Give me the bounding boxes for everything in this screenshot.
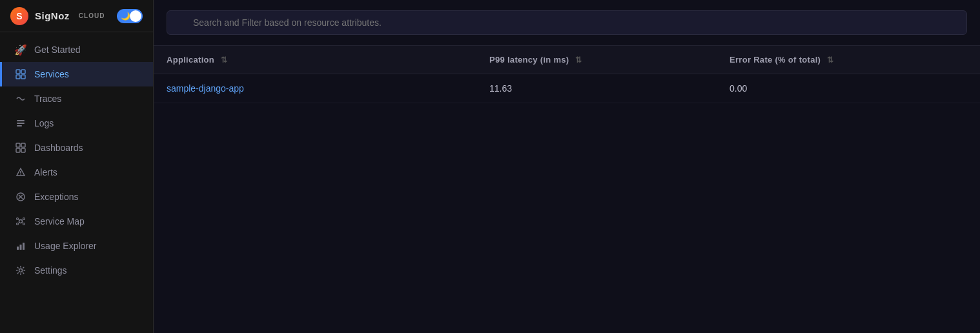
sidebar-header: S SigNoz CLOUD 🌙: [0, 0, 153, 32]
svg-line-24: [23, 223, 23, 223]
sidebar-item-exceptions[interactable]: Exceptions: [0, 185, 153, 209]
svg-point-16: [19, 220, 23, 223]
col-application: Application ⇅: [154, 46, 476, 74]
svg-point-17: [17, 218, 19, 220]
svg-point-18: [23, 218, 25, 220]
svg-rect-0: [16, 70, 20, 74]
service-map-icon: [15, 216, 26, 227]
theme-toggle[interactable]: 🌙: [117, 9, 143, 23]
svg-rect-27: [23, 243, 25, 250]
settings-icon: [15, 265, 26, 276]
sidebar: S SigNoz CLOUD 🌙 🚀 Get Started: [0, 0, 154, 333]
col-error-rate: Error Rate (% of total) ⇅: [717, 46, 980, 74]
svg-point-19: [17, 223, 19, 225]
svg-rect-1: [21, 70, 25, 74]
brand-name: SigNoz: [35, 10, 70, 21]
sidebar-item-usage-explorer[interactable]: Usage Explorer: [0, 234, 153, 258]
svg-rect-26: [20, 245, 22, 250]
search-wrapper: [167, 10, 967, 35]
svg-rect-2: [16, 75, 20, 79]
exceptions-icon: [15, 191, 26, 203]
svg-rect-8: [21, 143, 25, 147]
rocket-icon: 🚀: [15, 44, 26, 56]
table-body: sample-django-app 11.63 0.00: [154, 74, 980, 103]
services-icon: [15, 68, 26, 80]
svg-rect-5: [17, 123, 25, 124]
svg-rect-7: [16, 143, 20, 147]
sidebar-item-label: Traces: [34, 94, 61, 104]
sidebar-item-settings[interactable]: Settings: [0, 258, 153, 283]
sidebar-item-label: Services: [34, 69, 69, 79]
svg-point-28: [19, 269, 23, 272]
search-bar-container: [154, 0, 980, 46]
theme-toggle-container: 🌙: [117, 9, 143, 23]
svg-rect-3: [21, 75, 25, 79]
moon-icon: 🌙: [121, 12, 130, 21]
svg-rect-25: [17, 247, 19, 250]
sidebar-item-label: Settings: [34, 265, 67, 276]
traces-icon: [15, 93, 26, 105]
main-content: Application ⇅ P99 latency (in ms) ⇅ Erro…: [154, 0, 980, 333]
sidebar-item-alerts[interactable]: Alerts: [0, 160, 153, 185]
svg-line-21: [19, 219, 19, 220]
sidebar-item-dashboards[interactable]: Dashboards: [0, 136, 153, 160]
svg-point-11: [20, 174, 21, 175]
logs-icon: [15, 117, 26, 129]
sidebar-item-get-started[interactable]: 🚀 Get Started: [0, 37, 153, 62]
usage-explorer-icon: [15, 240, 26, 252]
table-row: sample-django-app 11.63 0.00: [154, 74, 980, 103]
svg-line-23: [19, 223, 19, 223]
cell-p99-latency: 11.63: [476, 74, 717, 103]
sidebar-item-traces[interactable]: Traces: [0, 86, 153, 111]
search-input[interactable]: [167, 10, 967, 35]
cell-application: sample-django-app: [154, 74, 476, 103]
nav-items: 🚀 Get Started Services Traces: [0, 32, 153, 333]
svg-rect-10: [21, 148, 25, 152]
sort-p99-icon[interactable]: ⇅: [575, 56, 582, 65]
sidebar-item-label: Exceptions: [34, 192, 78, 202]
sidebar-item-services[interactable]: Services: [0, 62, 153, 86]
cloud-badge: CLOUD: [79, 12, 105, 19]
sidebar-item-label: Usage Explorer: [34, 241, 97, 251]
sidebar-item-service-map[interactable]: Service Map: [0, 209, 153, 234]
dashboards-icon: [15, 142, 26, 154]
sidebar-item-label: Service Map: [34, 216, 85, 227]
services-table: Application ⇅ P99 latency (in ms) ⇅ Erro…: [154, 46, 980, 103]
alerts-icon: [15, 166, 26, 178]
col-p99-latency: P99 latency (in ms) ⇅: [476, 46, 717, 74]
services-table-container: Application ⇅ P99 latency (in ms) ⇅ Erro…: [154, 46, 980, 333]
svg-rect-4: [17, 120, 25, 121]
sidebar-item-label: Logs: [34, 118, 54, 128]
cell-error-rate: 0.00: [717, 74, 980, 103]
logo-icon: S: [10, 7, 28, 25]
table-header: Application ⇅ P99 latency (in ms) ⇅ Erro…: [154, 46, 980, 74]
svg-rect-6: [17, 125, 22, 126]
svg-rect-9: [16, 148, 20, 152]
sort-application-icon[interactable]: ⇅: [221, 56, 227, 65]
svg-line-22: [23, 219, 23, 220]
svg-point-20: [23, 223, 25, 225]
sidebar-item-label: Alerts: [34, 167, 57, 177]
sidebar-item-logs[interactable]: Logs: [0, 111, 153, 136]
toggle-thumb: [130, 10, 141, 22]
sort-error-rate-icon[interactable]: ⇅: [827, 56, 833, 65]
sidebar-item-label: Get Started: [34, 45, 81, 55]
sidebar-item-label: Dashboards: [34, 143, 83, 153]
app-link[interactable]: sample-django-app: [167, 83, 244, 94]
